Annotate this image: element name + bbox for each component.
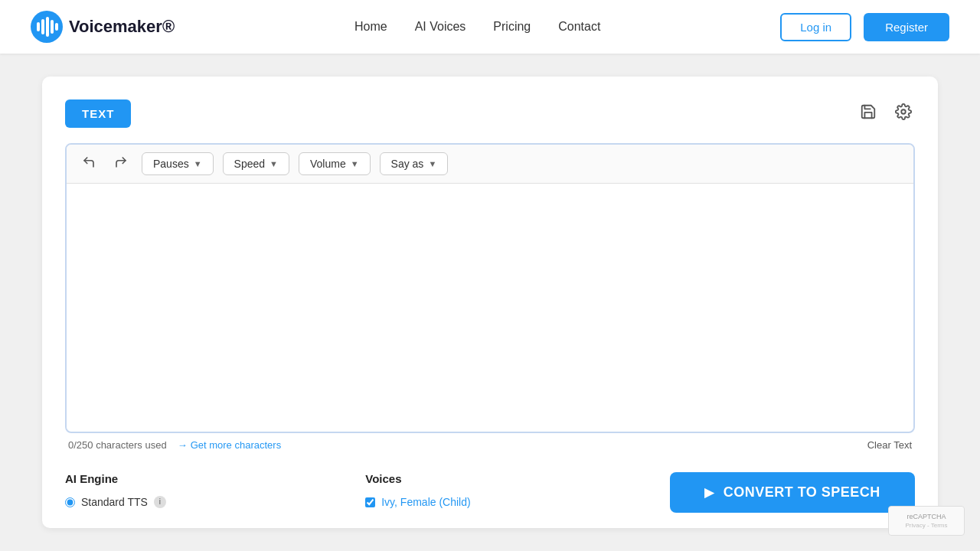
site-header: Voicemaker® Home AI Voices Pricing Conta… (0, 0, 980, 54)
bottom-row: AI Engine Standard TTS i Voices Ivy, Fem… (65, 472, 915, 513)
tab-row: TEXT (65, 99, 915, 128)
speed-arrow-icon: ▼ (270, 159, 278, 168)
ai-engine-title: AI Engine (65, 472, 166, 485)
svg-point-6 (901, 109, 906, 114)
logo-text: Voicemaker® (69, 17, 175, 37)
arrow-right-icon: → (178, 439, 188, 451)
svg-rect-3 (46, 17, 49, 37)
voices-title: Voices (365, 472, 470, 485)
say-as-arrow-icon: ▼ (428, 159, 436, 168)
pauses-arrow-icon: ▼ (194, 159, 202, 168)
voices-section: Voices Ivy, Female (Child) (365, 472, 470, 508)
captcha-label: reCAPTCHA (897, 513, 956, 520)
volume-dropdown[interactable]: Volume ▼ (299, 152, 371, 175)
say-as-label: Say as (391, 158, 424, 170)
speed-dropdown[interactable]: Speed ▼ (223, 152, 289, 175)
ivy-voice-label: Ivy, Female (Child) (381, 496, 470, 508)
ai-engine-section: AI Engine Standard TTS i (65, 472, 166, 508)
logo-area: Voicemaker® (31, 11, 175, 43)
tab-icons (857, 100, 915, 127)
header-actions: Log in Register (780, 13, 949, 41)
svg-rect-4 (51, 20, 54, 34)
char-count: 0/250 characters used (68, 439, 167, 451)
save-icon[interactable] (857, 100, 880, 127)
text-editor[interactable] (67, 184, 913, 429)
convert-label: CONVERT TO SPEECH (724, 484, 880, 500)
standard-tts-label: Standard TTS (81, 496, 148, 508)
volume-arrow-icon: ▼ (351, 159, 359, 168)
text-tab[interactable]: TEXT (65, 99, 131, 128)
standard-tts-radio[interactable] (65, 497, 75, 507)
get-more-characters-link[interactable]: → Get more characters (178, 439, 282, 451)
standard-tts-option: Standard TTS i (65, 496, 166, 508)
volume-label: Volume (310, 158, 346, 170)
nav-ai-voices[interactable]: AI Voices (415, 20, 466, 34)
play-icon: ▶ (704, 485, 714, 500)
undo-button[interactable] (77, 152, 100, 175)
clear-text-button[interactable]: Clear Text (867, 439, 912, 451)
ivy-voice-option: Ivy, Female (Child) (365, 496, 470, 508)
char-info: 0/250 characters used → Get more charact… (68, 439, 281, 451)
register-button[interactable]: Register (864, 13, 949, 41)
convert-to-speech-button[interactable]: ▶ CONVERT TO SPEECH (670, 472, 915, 513)
redo-button[interactable] (109, 152, 132, 175)
main-container: TEXT (42, 77, 938, 528)
svg-rect-5 (55, 23, 58, 31)
editor-toolbar: Pauses ▼ Speed ▼ Volume ▼ Say as ▼ (67, 145, 913, 184)
main-nav: Home AI Voices Pricing Contact (354, 20, 600, 34)
editor-area: Pauses ▼ Speed ▼ Volume ▼ Say as ▼ (65, 143, 915, 433)
svg-rect-1 (37, 22, 40, 31)
speed-label: Speed (234, 158, 265, 170)
say-as-dropdown[interactable]: Say as ▼ (380, 152, 449, 175)
pauses-label: Pauses (153, 158, 189, 170)
pauses-dropdown[interactable]: Pauses ▼ (142, 152, 214, 175)
login-button[interactable]: Log in (780, 13, 851, 41)
standard-tts-info-icon[interactable]: i (154, 496, 166, 508)
voicemaker-logo-icon (31, 11, 63, 43)
ivy-voice-checkbox[interactable] (365, 497, 375, 507)
char-count-row: 0/250 characters used → Get more charact… (65, 433, 915, 454)
captcha-widget: reCAPTCHA Privacy - Terms (888, 506, 965, 536)
captcha-sub: Privacy - Terms (897, 522, 956, 529)
nav-home[interactable]: Home (354, 20, 387, 34)
settings-icon[interactable] (892, 100, 915, 127)
svg-rect-2 (41, 19, 44, 34)
nav-pricing[interactable]: Pricing (493, 20, 531, 34)
nav-contact[interactable]: Contact (558, 20, 600, 34)
